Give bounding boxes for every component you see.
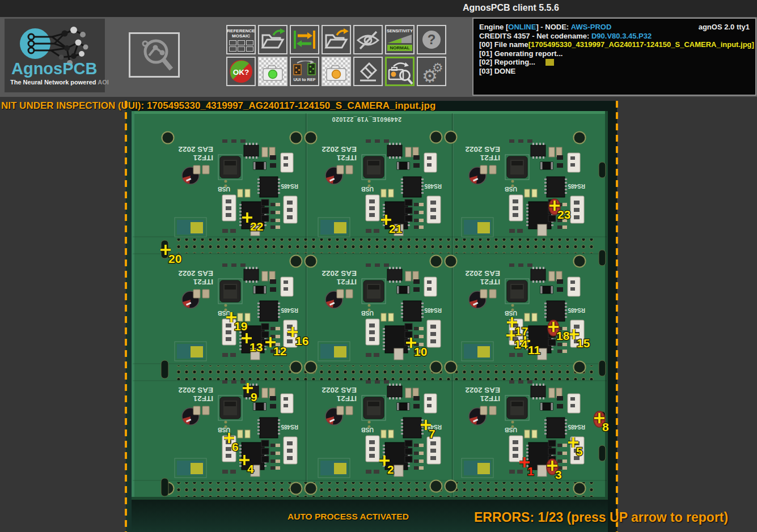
load-uui-button[interactable] (322, 25, 351, 54)
camera-magnifier-icon (386, 58, 413, 84)
pcb-board: 2449601E_Y19_221020 (132, 111, 608, 500)
error-marker-number[interactable]: 22 (250, 220, 263, 233)
error-marker-number[interactable]: 16 (295, 334, 308, 347)
os-version: agnOS 2.0 tty1 (699, 23, 750, 32)
terminal-filename-line: [00] File name[1705495330_4319997_AG2401… (479, 40, 750, 49)
mosaic-grid-icon (229, 40, 253, 52)
error-marker-number[interactable]: 10 (414, 345, 427, 358)
reference-mosaic-label-1: REFERENCE (227, 28, 255, 33)
terminal-cursor (545, 59, 554, 66)
folder-green-arrow-icon (259, 27, 286, 52)
logo-tagline: The Neural Network powered (10, 79, 96, 86)
svg-text:?: ? (428, 32, 436, 47)
error-marker-number[interactable]: 15 (577, 337, 590, 350)
pcb-photo[interactable]: ITF21 EAS 2022 (126, 101, 617, 532)
terminal-credits-line: CREDITS 4357 - Net codename: D90.V80.3.4… (479, 32, 750, 41)
eraser-button[interactable] (353, 57, 383, 86)
agnospcb-window: AgnosPCB client 5.5.6 (0, 0, 757, 532)
window-title: AgnosPCB client 5.5.6 (463, 3, 559, 13)
sensitivity-button[interactable]: SENSITIVITY NORMAL (385, 25, 415, 54)
terminal-report-line: [01] Generating report... (479, 49, 750, 58)
image-boundary-dash-right (616, 101, 618, 532)
silkscreen-panel-serial: 2449601E_Y19_221020 (332, 116, 401, 123)
status-terminal: Engine [ONLINE] - NODE: AWS-PRODagnOS 2.… (472, 18, 756, 96)
inspect-zoom-button[interactable] (385, 57, 415, 86)
gears-icon: ⚙ ⚙ (418, 58, 445, 84)
error-marker-number[interactable]: 11 (528, 343, 541, 356)
error-marker-number[interactable]: 13 (249, 341, 263, 354)
swap-arrows-icon (291, 27, 318, 52)
breakaway-holes-row3 (177, 482, 594, 497)
input-filename: [1705495330_4319997_AG240117-124150_S_CA… (528, 40, 754, 49)
error-marker-number[interactable]: 1 (527, 465, 534, 478)
error-marker-number[interactable]: 21 (389, 222, 403, 235)
app-logo: AgnosPCB The Neural Network powered AOI (5, 19, 105, 92)
question-mark-icon: ? (418, 27, 445, 53)
errors-summary: ERRORS: 1/23 (press UP arrow to report) (474, 510, 728, 525)
error-marker-number[interactable]: 7 (429, 427, 435, 440)
reference-mosaic-label-2: MOSAIC (232, 33, 250, 39)
breakaway-holes-row2 (177, 365, 594, 380)
error-marker-number[interactable]: 5 (576, 445, 583, 458)
terminal-done-line: [03] DONE (479, 67, 750, 76)
error-marker-number[interactable]: 2 (387, 463, 394, 476)
terminal-reporting-line: [02] Reporting... (479, 58, 750, 67)
folder-orange-arrow-icon (323, 27, 350, 52)
tool-button-grid: REFERENCE MOSAIC (226, 25, 446, 86)
svg-text:OK?: OK? (233, 68, 249, 76)
error-marker-number[interactable]: 8 (602, 420, 609, 433)
swap-compare-button[interactable] (290, 25, 319, 54)
error-marker-number[interactable]: 3 (555, 468, 562, 481)
error-marker-number[interactable]: 4 (247, 462, 254, 475)
capture-uui-button[interactable] (322, 57, 351, 86)
settings-button[interactable]: ⚙ ⚙ (417, 57, 446, 86)
net-codename: D90.V80.3.45.P32 (591, 32, 652, 41)
ok-pass-fail-icon: OK? (228, 58, 254, 84)
uui-to-ref-button[interactable]: UUI to REF (290, 57, 319, 86)
engine-status: ONLINE (508, 23, 536, 32)
sensitivity-label: SENSITIVITY (387, 28, 413, 33)
reference-mosaic-button[interactable]: REFERENCE MOSAIC (226, 25, 256, 54)
inspect-logo-button[interactable] (129, 32, 180, 78)
logo-tagline-aoi: AOI (98, 79, 109, 86)
uui-to-ref-label: UUI to REF (293, 77, 315, 82)
title-bar: AgnosPCB client 5.5.6 (0, 0, 757, 17)
sensitivity-gauge-icon (387, 33, 413, 44)
engine-node: AWS-PROD (571, 23, 612, 32)
logo-brand-text: AgnosPCB (11, 59, 97, 78)
breakaway-holes-row1 (177, 239, 594, 253)
camera-green-icon (259, 59, 286, 84)
ok-check-button[interactable]: OK? (226, 57, 256, 86)
error-marker-number[interactable]: 17 (515, 325, 528, 338)
svg-text:⚙: ⚙ (422, 66, 438, 84)
image-boundary-dash-left (125, 101, 127, 532)
error-marker-number[interactable]: 14 (514, 338, 528, 351)
eye-slash-icon (355, 27, 381, 53)
sensitivity-level-badge: NORMAL (387, 45, 412, 51)
terminal-engine-line: Engine [ONLINE] - NODE: AWS-PRODagnOS 2.… (479, 23, 750, 32)
uui-header: NIT UNDER INSPECTION (UUI): 1705495330_4… (1, 100, 435, 112)
eraser-icon (355, 58, 381, 84)
magnifier-graph-icon (130, 34, 178, 76)
error-marker-number[interactable]: 9 (251, 390, 257, 403)
error-marker-number[interactable]: 12 (273, 344, 286, 357)
error-marker-number[interactable]: 20 (168, 252, 181, 265)
uui-to-ref-icon (291, 61, 318, 76)
camera-orange-icon (323, 59, 350, 84)
capture-reference-button[interactable] (258, 57, 287, 86)
toolbar-region: AgnosPCB The Neural Network powered AOI … (0, 17, 757, 97)
load-reference-button[interactable] (258, 25, 287, 54)
error-marker-number[interactable]: 6 (232, 440, 239, 453)
auto-process-status: AUTO PROCESS ACTIVATED (287, 512, 409, 522)
error-marker-number[interactable]: 18 (556, 329, 570, 342)
error-marker-number[interactable]: 19 (234, 320, 247, 333)
error-marker-number[interactable]: 23 (557, 208, 570, 221)
help-button[interactable]: ? (417, 25, 446, 54)
hide-overlay-button[interactable] (353, 25, 383, 54)
